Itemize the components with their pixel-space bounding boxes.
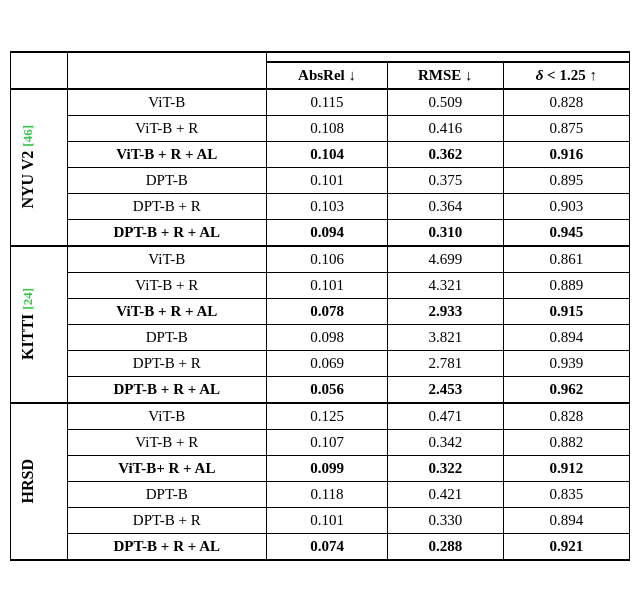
algo-cell: DPT-B + R + AL xyxy=(67,533,267,560)
rmse-cell: 2.781 xyxy=(388,350,504,376)
rmse-cell: 0.421 xyxy=(388,481,504,507)
table-row: DPT-B0.0983.8210.894 xyxy=(11,324,630,350)
algo-cell: ViT-B xyxy=(67,89,267,116)
dataset-label: KITTI [24] xyxy=(19,288,37,360)
rmse-cell: 2.933 xyxy=(388,298,504,324)
delta-cell: 0.835 xyxy=(503,481,629,507)
rmse-cell: 4.321 xyxy=(388,272,504,298)
dataset-cell: KITTI [24] xyxy=(11,246,68,403)
table-row: DPT-B0.1010.3750.895 xyxy=(11,167,630,193)
algo-cell: DPT-B xyxy=(67,167,267,193)
results-table: AbsRel ↓ RMSE ↓ δ < 1.25 ↑ NYU V2 [46]Vi… xyxy=(10,51,630,561)
table-container: AbsRel ↓ RMSE ↓ δ < 1.25 ↑ NYU V2 [46]Vi… xyxy=(0,41,640,571)
rmse-cell: 0.471 xyxy=(388,403,504,430)
rmse-header: RMSE ↓ xyxy=(388,62,504,89)
rmse-cell: 4.699 xyxy=(388,246,504,273)
table-row: HRSDViT-B0.1250.4710.828 xyxy=(11,403,630,430)
abs-cell: 0.101 xyxy=(267,167,388,193)
table-row: ViT-B + R0.1014.3210.889 xyxy=(11,272,630,298)
dataset-label: NYU V2 [46] xyxy=(19,125,37,209)
table-row: ViT-B + R0.1070.3420.882 xyxy=(11,429,630,455)
algo-cell: ViT-B + R + AL xyxy=(67,298,267,324)
dataset-cell: NYU V2 [46] xyxy=(11,89,68,246)
algo-cell: ViT-B + R + AL xyxy=(67,141,267,167)
table-row: DPT-B + R0.0692.7810.939 xyxy=(11,350,630,376)
abs-cell: 0.069 xyxy=(267,350,388,376)
delta-cell: 0.912 xyxy=(503,455,629,481)
algo-cell: DPT-B xyxy=(67,481,267,507)
absrel-header: AbsRel ↓ xyxy=(267,62,388,89)
table-row: ViT-B+ R + AL0.0990.3220.912 xyxy=(11,455,630,481)
abs-cell: 0.118 xyxy=(267,481,388,507)
delta-cell: 0.916 xyxy=(503,141,629,167)
delta-cell: 0.828 xyxy=(503,89,629,116)
rmse-cell: 0.310 xyxy=(388,219,504,246)
delta-cell: 0.895 xyxy=(503,167,629,193)
table-row: ViT-B + R + AL0.0782.9330.915 xyxy=(11,298,630,324)
algo-cell: ViT-B + R xyxy=(67,115,267,141)
algo-cell: DPT-B + R xyxy=(67,507,267,533)
table-row: DPT-B + R + AL0.0940.3100.945 xyxy=(11,219,630,246)
table-row: DPT-B + R + AL0.0740.2880.921 xyxy=(11,533,630,560)
abs-cell: 0.099 xyxy=(267,455,388,481)
error-accuracy-header xyxy=(267,52,630,62)
table-row: DPT-B + R + AL0.0562.4530.962 xyxy=(11,376,630,403)
abs-cell: 0.078 xyxy=(267,298,388,324)
algo-cell: ViT-B+ R + AL xyxy=(67,455,267,481)
rmse-cell: 0.330 xyxy=(388,507,504,533)
rmse-cell: 0.364 xyxy=(388,193,504,219)
abs-cell: 0.094 xyxy=(267,219,388,246)
table-row: ViT-B + R0.1080.4160.875 xyxy=(11,115,630,141)
delta-cell: 0.828 xyxy=(503,403,629,430)
rmse-cell: 0.509 xyxy=(388,89,504,116)
algo-cell: DPT-B + R xyxy=(67,350,267,376)
rmse-cell: 0.288 xyxy=(388,533,504,560)
abs-cell: 0.108 xyxy=(267,115,388,141)
delta-cell: 0.915 xyxy=(503,298,629,324)
table-row: DPT-B0.1180.4210.835 xyxy=(11,481,630,507)
abs-cell: 0.125 xyxy=(267,403,388,430)
rmse-cell: 0.362 xyxy=(388,141,504,167)
algo-cell: DPT-B + R xyxy=(67,193,267,219)
delta-cell: 0.945 xyxy=(503,219,629,246)
delta-cell: 0.882 xyxy=(503,429,629,455)
abs-cell: 0.107 xyxy=(267,429,388,455)
dataset-label: HRSD xyxy=(19,459,37,503)
delta-cell: 0.894 xyxy=(503,324,629,350)
algorithms-header xyxy=(67,52,267,89)
dataset-cell: HRSD xyxy=(11,403,68,560)
header-row-1 xyxy=(11,52,630,62)
algo-cell: ViT-B xyxy=(67,246,267,273)
abs-cell: 0.104 xyxy=(267,141,388,167)
abs-cell: 0.106 xyxy=(267,246,388,273)
abs-cell: 0.056 xyxy=(267,376,388,403)
abs-cell: 0.101 xyxy=(267,507,388,533)
abs-cell: 0.074 xyxy=(267,533,388,560)
rmse-cell: 0.375 xyxy=(388,167,504,193)
delta-header: δ < 1.25 ↑ xyxy=(503,62,629,89)
abs-cell: 0.098 xyxy=(267,324,388,350)
abs-cell: 0.115 xyxy=(267,89,388,116)
dataset-header xyxy=(11,52,68,89)
algo-cell: ViT-B xyxy=(67,403,267,430)
abs-cell: 0.103 xyxy=(267,193,388,219)
delta-cell: 0.962 xyxy=(503,376,629,403)
table-row: KITTI [24]ViT-B0.1064.6990.861 xyxy=(11,246,630,273)
table-row: DPT-B + R0.1010.3300.894 xyxy=(11,507,630,533)
rmse-cell: 3.821 xyxy=(388,324,504,350)
algo-cell: ViT-B + R xyxy=(67,272,267,298)
rmse-cell: 0.322 xyxy=(388,455,504,481)
algo-cell: DPT-B xyxy=(67,324,267,350)
table-row: DPT-B + R0.1030.3640.903 xyxy=(11,193,630,219)
rmse-cell: 0.416 xyxy=(388,115,504,141)
table-row: ViT-B + R + AL0.1040.3620.916 xyxy=(11,141,630,167)
delta-cell: 0.939 xyxy=(503,350,629,376)
rmse-cell: 0.342 xyxy=(388,429,504,455)
delta-cell: 0.889 xyxy=(503,272,629,298)
algo-cell: DPT-B + R + AL xyxy=(67,376,267,403)
algo-cell: DPT-B + R + AL xyxy=(67,219,267,246)
delta-cell: 0.894 xyxy=(503,507,629,533)
algo-cell: ViT-B + R xyxy=(67,429,267,455)
table-row: NYU V2 [46]ViT-B0.1150.5090.828 xyxy=(11,89,630,116)
delta-cell: 0.903 xyxy=(503,193,629,219)
